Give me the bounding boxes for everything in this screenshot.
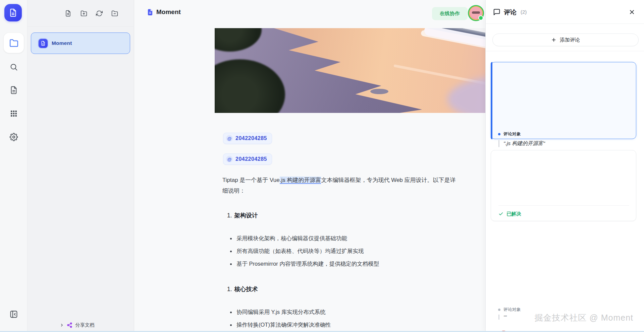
gear-icon[interactable]	[10, 133, 18, 141]
watermark: 掘金技术社区 @ Moment	[534, 312, 633, 323]
heading-text: 架构设计	[234, 212, 258, 219]
mention-chip[interactable]: @ 2042204285	[223, 153, 272, 165]
sidebar-item-files[interactable]	[4, 33, 24, 53]
add-comment-label: 添加评论	[560, 37, 580, 43]
paragraph-text: 文本编辑器框架，专为现代 Web 应用设计。以下是详	[321, 177, 455, 183]
comment-target-label: 评论对象	[503, 131, 521, 137]
mention-user-id: 2042204285	[235, 135, 267, 141]
list-item[interactable]: 所有高级功能（如表格、代码块等）均通过扩展实现	[230, 248, 364, 255]
bullet-dot	[230, 324, 232, 326]
comment-card-resolved[interactable]: 评论对象 "" fu_wen_bin 3 天前 M佬吊炸天 已解决	[491, 150, 636, 221]
at-icon: @	[226, 156, 233, 162]
search-icon[interactable]	[10, 63, 18, 71]
file-panel-toolbar	[28, 0, 134, 26]
file-plus-icon[interactable]	[65, 10, 71, 17]
list-item-text: 基于 Prosemirror 内容管理系统构建，提供稳定的文档模型	[236, 260, 379, 268]
file-tree-panel: Moment 分享文档	[28, 0, 134, 332]
app-logo-document-icon[interactable]	[4, 4, 22, 21]
list-item[interactable]: 基于 Prosemirror 内容管理系统构建，提供稳定的文档模型	[230, 260, 379, 268]
collab-status-badge[interactable]: 在线协作	[432, 7, 468, 20]
add-comment-button[interactable]: 添加评论	[492, 34, 639, 46]
list-item-text: 所有高级功能（如表格、代码块等）均通过扩展实现	[236, 248, 364, 255]
at-icon: @	[226, 135, 233, 142]
heading-text: 核心技术	[234, 286, 258, 292]
comment-target-label: 评论对象	[503, 307, 521, 313]
section-heading[interactable]: 1.核心技术	[227, 285, 258, 293]
comment-quote: ".js 构建的开源富"	[498, 140, 545, 147]
comment-quote: ""	[498, 315, 507, 320]
comment-highlight[interactable]: .js 构建的开源富	[280, 177, 321, 184]
comment-target-row: 评论对象	[498, 131, 521, 137]
section-heading[interactable]: 1.架构设计	[227, 211, 258, 219]
list-item-text: 协同编辑采用 Y.js 库实现分布式系统	[236, 309, 326, 316]
status-dot-icon	[498, 309, 500, 311]
paragraph[interactable]: Tiptap 是一个基于 Vue.js 构建的开源富文本编辑器框架，专为现代 W…	[222, 175, 456, 196]
share-icon	[67, 322, 72, 328]
tree-item-moment[interactable]: Moment	[31, 32, 130, 54]
list-number: 1.	[227, 286, 232, 292]
list-item[interactable]: 操作转换(OT)算法确保冲突解决准确性	[230, 321, 331, 329]
bullet-dot	[230, 238, 232, 240]
paragraph-line: Tiptap 是一个基于 Vue.js 构建的开源富文本编辑器框架，专为现代 W…	[222, 175, 456, 186]
plus-icon	[551, 37, 556, 43]
comment-card-selected[interactable]: 评论对象 ".js 构建的开源富" Moment 不到 1 分钟前 阿达打算 回…	[491, 62, 636, 139]
avatar[interactable]	[470, 7, 482, 19]
bullet-dot	[230, 263, 232, 265]
list-item[interactable]: 采用模块化架构，核心编辑器仅提供基础功能	[230, 235, 347, 242]
share-doc-row[interactable]: 分享文档	[60, 322, 95, 328]
paragraph-text: Tiptap 是一个基于 Vue	[222, 177, 280, 183]
list-item[interactable]: 协同编辑采用 Y.js 库实现分布式系统	[230, 309, 326, 316]
mention-chip[interactable]: @ 2042204285	[223, 133, 272, 144]
share-doc-label: 分享文档	[75, 322, 95, 328]
chevron-right-icon	[60, 323, 64, 327]
icon-rail	[0, 0, 28, 332]
comments-title: 评论	[504, 8, 517, 17]
bullet-dot	[230, 312, 232, 313]
folder-plus-icon[interactable]	[80, 10, 87, 17]
list-item-text: 采用模块化架构，核心编辑器仅提供基础功能	[236, 235, 347, 242]
paragraph-line: 细说明：	[222, 186, 456, 196]
close-icon[interactable]	[629, 9, 635, 15]
list-item-text: 操作转换(OT)算法确保冲突解决准确性	[236, 321, 331, 329]
document-icon	[147, 9, 154, 16]
comments-header: 评论 (2)	[486, 0, 644, 24]
comment-target-row: 评论对象	[498, 307, 521, 313]
collapse-panel-icon[interactable]	[10, 310, 18, 319]
divider	[498, 205, 629, 206]
divider	[486, 51, 644, 51]
grid-icon[interactable]	[10, 110, 18, 118]
comment-bubble-icon	[493, 8, 500, 16]
tree-item-label: Moment	[52, 40, 72, 46]
status-dot-icon	[498, 133, 500, 135]
document-icon[interactable]	[10, 86, 18, 94]
mention-user-id: 2042204285	[235, 156, 267, 162]
bullet-dot	[230, 251, 232, 252]
resolved-status[interactable]: 已解决	[498, 211, 521, 217]
image-rock	[370, 89, 388, 94]
document-icon	[39, 39, 48, 48]
comments-count: (2)	[521, 9, 527, 15]
comments-panel: 评论 (2) 添加评论 评论对象 ".js 构建的开源富" Moment 不到 …	[485, 0, 644, 332]
page-title: Moment	[156, 8, 181, 16]
check-icon	[498, 211, 503, 216]
folder-minus-icon[interactable]	[111, 10, 118, 17]
list-number: 1.	[227, 212, 232, 219]
refresh-icon[interactable]	[96, 10, 103, 17]
resolved-label: 已解决	[506, 211, 521, 217]
folder-icon	[9, 39, 18, 48]
